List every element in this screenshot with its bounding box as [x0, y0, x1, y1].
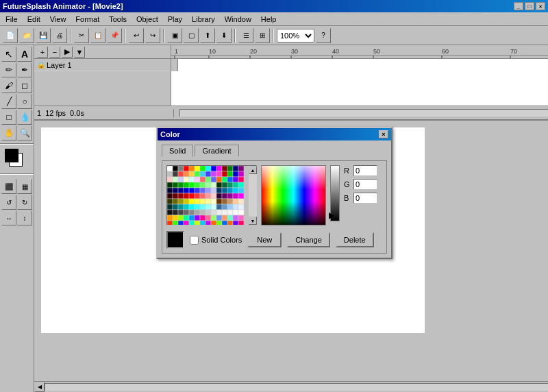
ink-tool[interactable]: ✒: [17, 62, 32, 77]
color-palette[interactable]: [166, 165, 249, 225]
print-button[interactable]: 🖨: [52, 28, 67, 43]
brightness-marker: [329, 212, 334, 219]
svg-text:70: 70: [510, 48, 517, 55]
erase-tool[interactable]: ◻: [17, 78, 32, 93]
menu-play[interactable]: Play: [164, 14, 186, 25]
menu-tools[interactable]: Tools: [105, 14, 131, 25]
g-input[interactable]: [353, 179, 377, 190]
menu-help[interactable]: Help: [257, 14, 281, 25]
add-layer-btn[interactable]: +: [37, 47, 48, 58]
new-button[interactable]: New: [247, 232, 282, 247]
menu-bar: File Edit View Format Tools Object Play …: [0, 12, 548, 26]
svg-rect-152: [216, 215, 222, 221]
paste-button[interactable]: 📌: [107, 28, 122, 43]
h-scroll-track[interactable]: [45, 383, 548, 391]
text-tool[interactable]: A: [17, 47, 32, 62]
stage-view-btn[interactable]: ⬛: [1, 179, 16, 194]
group-button[interactable]: ▣: [167, 28, 182, 43]
paint-tool[interactable]: 🖌: [1, 78, 16, 93]
distribute-button[interactable]: ⊞: [255, 28, 270, 43]
rotate-cw-btn[interactable]: ↻: [17, 195, 32, 210]
to-front-button[interactable]: ⬆: [200, 28, 215, 43]
align-button[interactable]: ☰: [238, 28, 253, 43]
view-tools: ⬛ ▦ ↺ ↻ ↔ ↕: [0, 177, 34, 227]
hue-saturation-picker[interactable]: [261, 165, 326, 225]
palette-scroll-up[interactable]: ▲: [249, 166, 257, 174]
rotate-ccw-btn[interactable]: ↺: [1, 195, 16, 210]
new-button[interactable]: 📄: [3, 28, 18, 43]
solid-colors-checkbox[interactable]: [190, 236, 199, 245]
svg-rect-133: [189, 210, 195, 215]
tab-content: ▲ ▼: [162, 160, 387, 254]
change-button[interactable]: Change: [287, 232, 330, 247]
cut-button[interactable]: ✂: [74, 28, 89, 43]
b-input[interactable]: [353, 193, 377, 204]
frame-scroll-track[interactable]: [179, 109, 548, 117]
pencil-tool[interactable]: ✏: [1, 62, 16, 77]
undo-button[interactable]: ↩: [129, 28, 144, 43]
oval-tool[interactable]: ○: [17, 94, 32, 109]
menu-window[interactable]: Window: [221, 14, 256, 25]
ungroup-button[interactable]: ▢: [184, 28, 199, 43]
svg-text:30: 30: [291, 48, 298, 55]
svg-rect-136: [206, 210, 211, 215]
svg-rect-68: [216, 182, 222, 188]
flip-v-btn[interactable]: ↕: [17, 210, 32, 225]
toolbar: 📄 📁 💾 🖨 ✂ 📋 📌 ↩ ↪ ▣ ▢ ⬆ ⬇ ☰ ⊞ 25% 50% 10…: [0, 26, 548, 45]
rect-tool[interactable]: □: [1, 110, 16, 125]
arrow-tool[interactable]: ↖: [1, 47, 16, 62]
menu-view[interactable]: View: [46, 14, 71, 25]
dialog-close-btn[interactable]: ×: [379, 130, 388, 138]
help-button[interactable]: ?: [316, 28, 331, 43]
zoom-select[interactable]: 25% 50% 100% 200% 400%: [277, 29, 314, 42]
menu-format[interactable]: Format: [71, 14, 103, 25]
layer-down-btn[interactable]: ▼: [74, 47, 85, 58]
zoom-tool[interactable]: 🔍: [17, 125, 32, 140]
palette-scroll-down[interactable]: ▼: [249, 217, 257, 225]
frame-scrollbar[interactable]: [179, 109, 548, 117]
selected-color-swatch[interactable]: [166, 231, 184, 249]
timeline-controls: 1 12 fps 0.0s: [37, 109, 174, 117]
menu-file[interactable]: File: [1, 14, 22, 25]
r-input[interactable]: [353, 165, 377, 176]
maximize-button[interactable]: □: [525, 2, 534, 10]
close-button[interactable]: ×: [536, 2, 545, 10]
redo-button[interactable]: ↪: [145, 28, 160, 43]
svg-rect-31: [167, 171, 173, 177]
to-back-button[interactable]: ⬇: [216, 28, 232, 43]
delete-layer-btn[interactable]: −: [49, 47, 60, 58]
copy-button[interactable]: 📋: [90, 28, 105, 43]
delete-button[interactable]: Delete: [336, 232, 374, 247]
svg-rect-72: [238, 182, 244, 188]
hand-tool[interactable]: ✋: [1, 125, 16, 140]
layer-1-row[interactable]: 🔒 Layer 1: [34, 59, 171, 71]
toolbox-divider-2: [0, 173, 34, 175]
scroll-left-btn[interactable]: ◀: [34, 382, 45, 392]
svg-rect-114: [238, 199, 244, 204]
tab-gradient[interactable]: Gradient: [195, 145, 238, 156]
svg-rect-109: [211, 199, 216, 204]
svg-rect-120: [195, 204, 200, 210]
svg-rect-19: [178, 166, 184, 171]
open-button[interactable]: 📁: [19, 28, 34, 43]
tab-solid[interactable]: Solid: [162, 145, 193, 157]
brightness-slider[interactable]: [330, 165, 340, 221]
svg-rect-56: [227, 177, 233, 182]
menu-library[interactable]: Library: [188, 14, 219, 25]
line-tool[interactable]: ╱: [1, 94, 16, 109]
eyedrop-tool[interactable]: 💧: [17, 110, 32, 125]
svg-rect-62: [184, 182, 189, 188]
svg-rect-24: [206, 166, 211, 171]
stroke-color-swatch[interactable]: [5, 149, 18, 162]
toolbar-sep-2: [125, 29, 126, 42]
layer-options-btn[interactable]: ▶: [62, 47, 73, 58]
save-button[interactable]: 💾: [36, 28, 51, 43]
svg-rect-28: [227, 166, 233, 171]
svg-rect-99: [233, 193, 238, 199]
menu-object[interactable]: Object: [132, 14, 162, 25]
color-dialog[interactable]: Color × Solid Gradient: [156, 127, 393, 259]
minimize-button[interactable]: _: [514, 2, 523, 10]
flip-h-btn[interactable]: ↔: [1, 210, 16, 225]
frame-view-btn[interactable]: ▦: [17, 179, 32, 194]
menu-edit[interactable]: Edit: [23, 14, 45, 25]
